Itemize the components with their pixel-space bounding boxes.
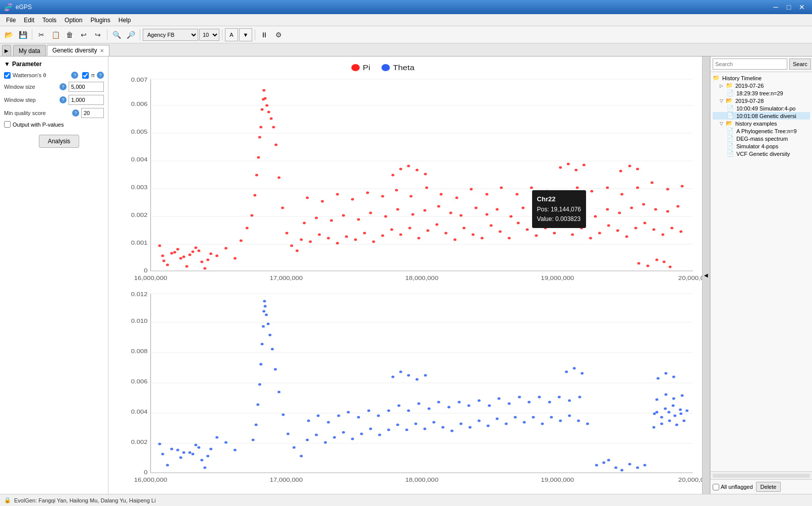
menu-item-plugins[interactable]: Plugins — [86, 16, 114, 25]
svg-point-87 — [462, 227, 466, 230]
close-button[interactable]: ✕ — [796, 2, 808, 12]
svg-point-257 — [423, 428, 426, 430]
pi-help[interactable]: ? — [97, 72, 104, 79]
folder-history-examples[interactable]: ▽ 📂 history examples — [713, 120, 810, 127]
font-size-select[interactable]: 10 — [199, 29, 219, 41]
pi-label: π — [91, 72, 95, 78]
item-phylogenetic-tree[interactable]: 📄 A Phylogenetic Tree:n=9 — [713, 127, 810, 135]
min-quality-input[interactable] — [81, 108, 104, 118]
tab-genetic-diversity[interactable]: Genetic diversity ✕ — [47, 45, 110, 56]
svg-point-66 — [215, 255, 218, 257]
pi-checkbox[interactable] — [82, 72, 89, 79]
all-unflagged-checkbox[interactable] — [713, 484, 719, 490]
item-deg-mass-spectrum[interactable]: 📄 DEG-mass spectrum — [713, 135, 810, 142]
history-timeline-label: History Timeline — [722, 75, 762, 81]
svg-text:0.001: 0.001 — [131, 240, 148, 246]
svg-point-74 — [345, 236, 348, 238]
item-label-10-01-08: 10:01:08 Genetic diversi — [736, 113, 796, 119]
zoom-out-button[interactable]: 🔎 — [124, 28, 137, 41]
maximize-button[interactable]: □ — [783, 2, 795, 12]
item-10-00-49[interactable]: 📄 10:00:49 Simulator:4-po — [713, 104, 810, 112]
font-color-button[interactable]: A — [225, 28, 238, 41]
tab-my-data[interactable]: My data — [13, 45, 46, 56]
output-pvalues-checkbox[interactable] — [4, 121, 11, 128]
min-quality-help[interactable]: ? — [72, 109, 79, 117]
svg-point-162 — [590, 190, 593, 193]
cut-button[interactable]: ✂ — [35, 28, 48, 41]
folder-2019-07-28[interactable]: ▽ 📂 2019-07-28 — [713, 97, 810, 104]
svg-point-312 — [652, 426, 655, 429]
svg-text:20,000,00: 20,000,00 — [678, 477, 702, 483]
svg-point-65 — [296, 250, 299, 252]
analysis-button[interactable]: Analysis — [39, 135, 79, 148]
folder-2019-07-26[interactable]: ▷ 📁 2019-07-26 — [713, 82, 810, 89]
svg-point-164 — [620, 193, 623, 196]
minimize-button[interactable]: ─ — [770, 2, 782, 12]
folder-collapse-history-examples: ▽ — [720, 121, 723, 126]
svg-point-338 — [581, 372, 584, 375]
delete-button[interactable]: 🗑 — [63, 28, 76, 41]
delete-button-right[interactable]: Delete — [756, 482, 781, 492]
svg-point-30 — [197, 250, 200, 252]
undo-button[interactable]: ↩ — [77, 28, 90, 41]
svg-point-184 — [663, 261, 666, 263]
svg-point-280 — [347, 411, 350, 414]
right-panel-search-row: Searc — [711, 57, 812, 72]
item-vcf-genetic-diversity[interactable]: 📄 VCF Genetic diversity — [713, 150, 810, 157]
zoom-in-button[interactable]: 🔍 — [110, 28, 123, 41]
window-step-input[interactable] — [69, 95, 104, 105]
svg-point-221 — [215, 436, 218, 439]
copy-button[interactable]: 📋 — [49, 28, 62, 41]
svg-point-240 — [282, 414, 285, 416]
svg-point-46 — [250, 214, 253, 217]
svg-point-70 — [309, 241, 312, 243]
open-file-button[interactable]: 📂 — [2, 28, 15, 41]
bg-color-button[interactable]: ▼ — [239, 28, 252, 41]
item-18-29-39[interactable]: 📄 18:29:39 tree:n=29 — [713, 89, 810, 97]
item-10-01-08[interactable]: 📄 10:01:08 Genetic diversi — [713, 112, 810, 120]
svg-point-311 — [643, 464, 646, 467]
svg-point-272 — [559, 420, 562, 422]
right-panel-scrollbar[interactable] — [711, 471, 812, 479]
svg-point-307 — [614, 467, 617, 469]
item-label-phylogenetic: A Phylogenetic Tree:n=9 — [736, 128, 797, 134]
parameter-section-header[interactable]: ▼ Parameter — [4, 61, 104, 68]
wattersons-theta-checkbox[interactable] — [4, 72, 11, 79]
window-size-input[interactable] — [69, 82, 104, 92]
window-step-help[interactable]: ? — [60, 96, 67, 103]
window-size-help[interactable]: ? — [60, 83, 67, 90]
svg-point-182 — [646, 265, 649, 267]
menu-item-option[interactable]: Option — [61, 16, 86, 25]
search-button[interactable]: Searc — [789, 59, 811, 70]
menu-item-file[interactable]: File — [2, 16, 20, 25]
menu-item-help[interactable]: Help — [114, 16, 135, 25]
svg-point-285 — [397, 405, 400, 407]
close-tab-icon[interactable]: ✕ — [100, 48, 104, 53]
svg-point-224 — [252, 439, 255, 441]
svg-point-214 — [191, 453, 194, 456]
settings-button[interactable]: ⚙ — [272, 28, 285, 41]
toolbar: 📂 💾 ✂ 📋 🗑 ↩ ↪ 🔍 🔎 Agency FB 10 A ▼ ⏸ ⚙ — [0, 26, 812, 43]
svg-text:18,000,000: 18,000,000 — [405, 275, 438, 282]
wattersons-theta-help[interactable]: ? — [71, 72, 78, 79]
svg-point-67 — [224, 247, 227, 250]
save-button[interactable]: 💾 — [16, 28, 29, 41]
wattersons-theta-row: Watterson's θ ? π ? — [4, 72, 104, 79]
item-simulator-4-pops[interactable]: 📄 Simulator 4-pops — [713, 142, 810, 150]
svg-point-56 — [265, 104, 268, 107]
folder-collapse-2019-07-28: ▽ — [720, 98, 723, 103]
menu-item-edit[interactable]: Edit — [20, 16, 38, 25]
svg-point-153 — [455, 197, 458, 199]
menu-item-tools[interactable]: Tools — [38, 16, 61, 25]
svg-point-336 — [565, 371, 568, 373]
svg-point-95 — [535, 235, 538, 237]
svg-point-139 — [642, 203, 645, 206]
tab-scroll-button[interactable]: ▶ — [2, 45, 11, 56]
font-select[interactable]: Agency FB — [143, 29, 198, 41]
right-panel-collapse-button[interactable]: ◀ — [702, 57, 710, 494]
pause-button[interactable]: ⏸ — [258, 28, 271, 41]
redo-button[interactable]: ↪ — [91, 28, 104, 41]
svg-point-219 — [194, 444, 197, 446]
history-search-input[interactable] — [713, 59, 787, 70]
svg-point-276 — [307, 420, 310, 422]
